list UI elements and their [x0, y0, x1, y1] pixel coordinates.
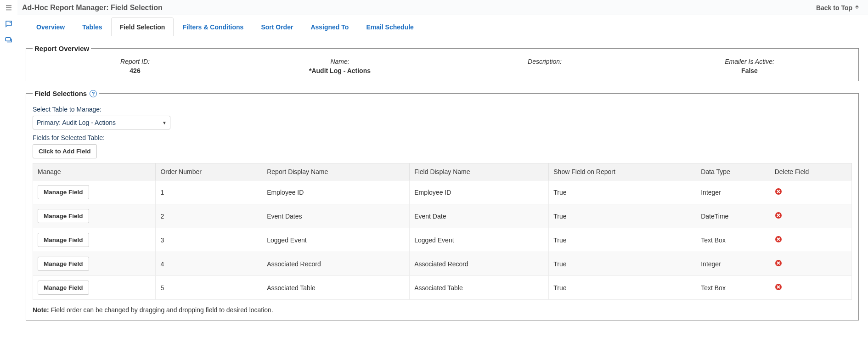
col-delete: Delete Field: [770, 163, 851, 180]
add-field-button[interactable]: Click to Add Field: [33, 144, 97, 158]
col-type: Data Type: [696, 163, 770, 180]
delete-icon[interactable]: [775, 189, 782, 197]
col-show: Show Field on Report: [549, 163, 696, 180]
cell-show: True: [549, 228, 696, 252]
cell-report-name: Associated Table: [262, 276, 410, 300]
cell-type: Integer: [696, 180, 770, 204]
cell-field-name: Employee ID: [410, 180, 549, 204]
topbar: Ad-Hoc Report Manager: Field Selection B…: [17, 0, 868, 15]
back-to-top-link[interactable]: Back to Top: [816, 4, 860, 11]
cell-order: 3: [156, 228, 262, 252]
name-label: Name:: [237, 58, 442, 65]
manage-field-button[interactable]: Manage Field: [38, 257, 89, 271]
report-id-label: Report ID:: [33, 58, 237, 65]
cell-report-name: Event Dates: [262, 204, 410, 228]
cell-order: 4: [156, 252, 262, 276]
table-row[interactable]: Manage Field1Employee IDEmployee IDTrueI…: [33, 180, 852, 204]
col-manage: Manage: [33, 163, 156, 180]
select-table-dropdown[interactable]: Primary: Audit Log - Actions: [33, 116, 170, 129]
table-row[interactable]: Manage Field5Associated TableAssociated …: [33, 276, 852, 300]
back-to-top-label: Back to Top: [816, 4, 852, 11]
tab-filters-conditions[interactable]: Filters & Conditions: [174, 17, 252, 36]
tab-email-schedule[interactable]: Email Schedule: [357, 17, 422, 36]
manage-field-button[interactable]: Manage Field: [38, 233, 89, 247]
select-table-label: Select Table to Manage:: [33, 106, 852, 113]
tab-tables[interactable]: Tables: [73, 17, 111, 36]
tab-overview[interactable]: Overview: [28, 17, 73, 36]
name-value: *Audit Log - Actions: [237, 67, 442, 74]
field-selections-legend: Field Selections: [34, 90, 87, 97]
fields-for-table-label: Fields for Selected Table:: [33, 134, 852, 141]
chat-icon[interactable]: [5, 20, 13, 29]
cell-type: Text Box: [696, 228, 770, 252]
note-text: Field order can be changed by dragging a…: [49, 306, 273, 314]
delete-icon[interactable]: [775, 237, 782, 244]
cell-type: Integer: [696, 252, 770, 276]
manage-field-button[interactable]: Manage Field: [38, 185, 89, 199]
cell-field-name: Event Date: [410, 204, 549, 228]
svg-point-3: [10, 22, 11, 23]
manage-field-button[interactable]: Manage Field: [38, 281, 89, 295]
cell-type: Text Box: [696, 276, 770, 300]
report-overview-fieldset: Report Overview Report ID: 426 Name: *Au…: [26, 45, 859, 81]
cell-report-name: Logged Event: [262, 228, 410, 252]
tab-sort-order[interactable]: Sort Order: [252, 17, 302, 36]
cell-type: DateTime: [696, 204, 770, 228]
manage-field-button[interactable]: Manage Field: [38, 209, 89, 223]
field-selections-fieldset: Field Selections ? Select Table to Manag…: [26, 90, 859, 320]
cell-order: 2: [156, 204, 262, 228]
note: Note: Field order can be changed by drag…: [33, 306, 852, 314]
cell-report-name: Employee ID: [262, 180, 410, 204]
cell-show: True: [549, 252, 696, 276]
svg-rect-4: [6, 38, 11, 41]
table-row[interactable]: Manage Field4Associated RecordAssociated…: [33, 252, 852, 276]
col-report-name: Report Display Name: [262, 163, 410, 180]
delete-icon[interactable]: [775, 285, 782, 292]
tab-field-selection[interactable]: Field Selection: [111, 17, 174, 36]
arrow-up-icon: [854, 4, 860, 11]
menu-icon[interactable]: [5, 4, 13, 13]
page-title: Ad-Hoc Report Manager: Field Selection: [22, 4, 163, 12]
report-overview-legend: Report Overview: [33, 45, 91, 52]
cell-report-name: Associated Record: [262, 252, 410, 276]
cell-show: True: [549, 204, 696, 228]
cell-show: True: [549, 180, 696, 204]
left-rail: [0, 0, 17, 354]
tab-assigned-to[interactable]: Assigned To: [302, 17, 357, 36]
description-label: Description:: [442, 58, 647, 65]
link-icon[interactable]: [5, 36, 13, 45]
cell-field-name: Associated Record: [410, 252, 549, 276]
delete-icon[interactable]: [775, 261, 782, 268]
col-order: Order Number: [156, 163, 262, 180]
tab-bar: OverviewTablesField SelectionFilters & C…: [17, 17, 868, 36]
cell-show: True: [549, 276, 696, 300]
note-prefix: Note:: [33, 306, 49, 314]
cell-order: 5: [156, 276, 262, 300]
cell-order: 1: [156, 180, 262, 204]
cell-field-name: Logged Event: [410, 228, 549, 252]
table-row[interactable]: Manage Field3Logged EventLogged EventTru…: [33, 228, 852, 252]
delete-icon[interactable]: [775, 213, 782, 220]
fields-table: Manage Order Number Report Display Name …: [33, 163, 852, 300]
table-row[interactable]: Manage Field2Event DatesEvent DateTrueDa…: [33, 204, 852, 228]
report-id-value: 426: [33, 67, 237, 74]
emailer-label: Emailer Is Active:: [647, 58, 852, 65]
cell-field-name: Associated Table: [410, 276, 549, 300]
emailer-value: False: [647, 67, 852, 74]
help-icon[interactable]: ?: [90, 90, 97, 97]
col-field-name: Field Display Name: [410, 163, 549, 180]
